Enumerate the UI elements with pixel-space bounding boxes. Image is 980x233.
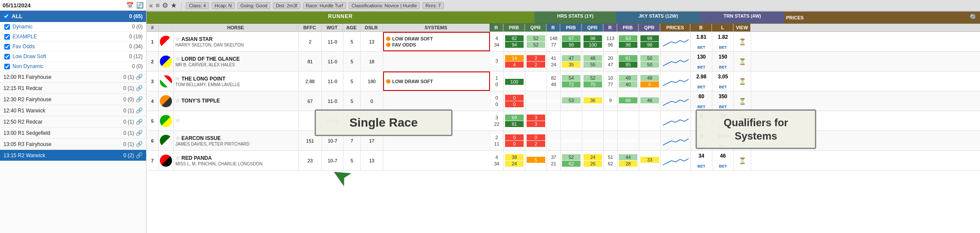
runner-bffc: 151 — [299, 131, 322, 150]
runner-bet-b[interactable]: 9BET — [691, 131, 712, 150]
runner-bet-b[interactable]: 5BET — [691, 111, 712, 130]
hcap-badge: Hcap: N — [212, 2, 235, 9]
link-icon[interactable]: 🔗 — [136, 118, 143, 125]
race-count: 0 (2) — [123, 152, 134, 158]
runner-view[interactable]: ⏳ — [734, 71, 751, 91]
favorite-star[interactable]: ☆ — [175, 76, 180, 82]
sidebar-filter-item[interactable]: Dynamic 0 (0) — [0, 22, 146, 32]
col-jky-r: R — [546, 24, 560, 31]
link-icon[interactable]: 🔗 — [136, 130, 143, 136]
runner-view[interactable]: ⏳ — [734, 111, 751, 130]
refresh-icon[interactable]: 🔄 — [136, 2, 144, 9]
link-icon[interactable]: 🔗 — [136, 96, 143, 103]
runner-bet-l[interactable]: 1.82BET — [712, 32, 734, 51]
col-jky-qpr: QPR — [582, 24, 603, 31]
view-icon[interactable]: ⏳ — [739, 137, 746, 144]
price-chart — [663, 115, 689, 127]
horse-jockey: TOM BELLAMY, EMMA LAVELLE — [175, 82, 240, 87]
runner-bet-l[interactable]: 1000BET — [712, 131, 734, 150]
runner-view[interactable]: ⏳ — [734, 52, 751, 71]
runner-bet-l[interactable]: 350BET — [712, 91, 734, 111]
view-icon[interactable]: ⏳ — [739, 98, 746, 105]
sidebar-filter-item[interactable]: Non Dynamic 0 (0) — [0, 62, 146, 71]
runner-trn-r — [604, 111, 618, 130]
star-icon[interactable]: ★ — [171, 1, 177, 9]
filter-checkbox[interactable] — [4, 54, 10, 59]
link-icon[interactable]: 🔗 — [136, 74, 143, 80]
all-checkbox[interactable] — [3, 13, 9, 19]
view-icon[interactable]: ⏳ — [739, 118, 746, 124]
runner-view[interactable]: ⏳ — [734, 32, 751, 51]
runner-bet-l[interactable]: 150BET — [712, 52, 734, 71]
race-list: 12:00 R1 Fairyhouse 0 (1) 🔗12:15 R1 Redc… — [0, 71, 146, 233]
runner-dslr: 13 — [361, 32, 383, 51]
favorite-star[interactable]: ☆ — [175, 118, 180, 124]
runner-num: 6 — [147, 131, 159, 150]
runner-bet-l[interactable]: 3.05BET — [712, 71, 734, 91]
view-icon[interactable]: ⏳ — [739, 58, 746, 65]
sidebar-race-item[interactable]: 12:30 R2 Fairyhouse 0 (0) 🔗 — [0, 94, 146, 105]
prev-icon[interactable]: « — [149, 2, 153, 9]
runner-trn-r: 113 96 — [604, 32, 618, 51]
runner-view[interactable]: ⏳ — [734, 151, 751, 170]
system-dot — [386, 79, 390, 84]
table-row: 2 ☆ LORD OF THE GLANCE MR B. CARVER, ALE… — [147, 52, 980, 71]
filter-checkbox[interactable] — [4, 24, 10, 30]
filter-checkbox[interactable] — [4, 44, 10, 50]
runner-bet-b[interactable]: 80BET — [691, 91, 712, 111]
sidebar-race-item[interactable]: 12:00 R1 Fairyhouse 0 (1) 🔗 — [0, 71, 146, 83]
favorite-star[interactable]: ☆ — [175, 135, 180, 141]
runner-view[interactable]: ⏳ — [734, 91, 751, 111]
runner-wgt: 10-7 — [322, 151, 343, 170]
race-count: 0 (1) — [123, 141, 134, 147]
runner-wgt: 10-7 — [322, 131, 343, 150]
favorite-star[interactable]: ☆ — [175, 98, 180, 104]
filter-count: 0 (0) — [132, 63, 143, 69]
sidebar-filter-item[interactable]: Fav Odds 0 (34) — [0, 42, 146, 52]
runner-jockey-img — [159, 111, 174, 130]
link-icon[interactable]: 🔗 — [136, 152, 143, 158]
search-icon[interactable]: 🔍 — [970, 13, 978, 22]
price-chart — [663, 55, 689, 68]
sidebar-race-item[interactable]: 13:05 R3 Fairyhouse 0 (1) 🔗 — [0, 139, 146, 150]
view-icon[interactable]: ⏳ — [739, 157, 746, 164]
runner-jky-qpr: 48 55 — [582, 52, 604, 71]
sidebar-race-item[interactable]: 13:15 R2 Warwick 0 (2) 🔗 — [0, 150, 146, 161]
sidebar-race-item[interactable]: 12:15 R1 Redcar 0 (1) 🔗 — [0, 83, 146, 94]
filter-checkbox[interactable] — [4, 34, 10, 40]
col-wgt: WGT — [321, 24, 343, 31]
view-icon[interactable]: ⏳ — [739, 78, 746, 85]
sidebar-race-item[interactable]: 12:50 R2 Redcar 0 (1) 🔗 — [0, 116, 146, 127]
runner-systems — [383, 111, 490, 130]
link-icon[interactable]: 🔗 — [136, 85, 143, 91]
sidebar-race-item[interactable]: 13:00 R1 Sedgefield 0 (1) 🔗 — [0, 127, 146, 139]
link-icon[interactable]: 🔗 — [136, 141, 143, 147]
runner-view[interactable]: ⏳ — [734, 131, 751, 150]
runner-bet-l[interactable]: 13BET — [712, 111, 734, 130]
horse-name: ☆ THE LONG POINT — [175, 76, 225, 82]
sidebar-all-row[interactable]: ALL 0 (65) — [0, 11, 146, 22]
view-icon[interactable]: ⏳ — [739, 38, 746, 45]
settings-icon[interactable]: ⚙ — [162, 1, 168, 9]
sidebar-filter-item[interactable]: Low Draw Soft 0 (12) — [0, 52, 146, 62]
favorite-star[interactable]: ☆ — [175, 155, 180, 161]
runner-jky-r: 82 49 — [547, 71, 561, 91]
runner-bet-l[interactable]: 46BET — [712, 151, 734, 170]
runner-bet-b[interactable]: 2.98BET — [691, 71, 712, 91]
runner-jockey-img — [159, 71, 174, 91]
filter-checkbox[interactable] — [4, 64, 10, 69]
filter-count: 0 (0) — [132, 24, 143, 30]
runner-bet-b[interactable]: 34BET — [691, 151, 712, 170]
filter-list: Dynamic 0 (0) EXAMPLE 0 (19) Fav Odds 0 … — [0, 22, 146, 71]
runner-age: 5 — [343, 52, 361, 71]
favorite-star[interactable]: ☆ — [175, 56, 180, 62]
runner-bet-b[interactable]: 1.81BET — [691, 32, 712, 51]
sidebar-race-item[interactable]: 12:40 R1 Warwick 0 (1) 🔗 — [0, 105, 146, 116]
favorite-star[interactable]: ☆ — [175, 36, 180, 42]
calendar-icon[interactable]: 📅 — [126, 2, 134, 9]
link-icon[interactable]: 🔗 — [136, 107, 143, 114]
rnrs-badge: Rnrs: 7 — [422, 2, 443, 9]
sidebar-filter-item[interactable]: EXAMPLE 0 (19) — [0, 32, 146, 42]
runner-bet-b[interactable]: 130BET — [691, 52, 712, 71]
menu-icon[interactable]: ≡ — [156, 2, 159, 9]
